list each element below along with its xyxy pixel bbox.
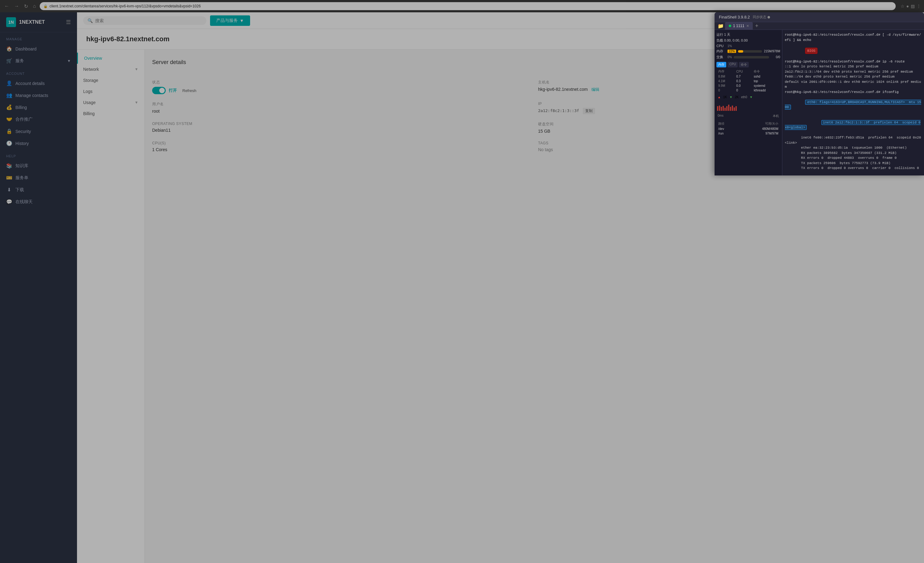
- terminal-line-tx-err: TX errors 0 dropped 0 overruns 0 carrier…: [785, 166, 921, 171]
- proc-row-1: 8.8M 0.7 sshd: [717, 75, 780, 78]
- folder-icon[interactable]: 📁: [718, 23, 724, 29]
- swap-pct: 0%: [728, 55, 732, 59]
- upload-value: 1K: [723, 96, 727, 99]
- terminal-line-eth0-v6: 2a12:f8c2:1:3::/64 dev eth0 proto kernel…: [785, 69, 921, 75]
- terminal-body: 运行 1 天 负载 0.00, 0.00, 0.00 CPU 1% 内存 22%…: [714, 30, 924, 175]
- terminal-line-eth0-flags: eth0: flags=4163<UP,BROADCAST,RUNNING,MU…: [785, 94, 921, 115]
- load-display: 负载 0.00, 0.00, 0.00: [716, 37, 780, 43]
- proc-cpu: 0.3: [735, 79, 752, 83]
- cpu-label: CPU: [716, 44, 726, 48]
- svg-rect-6: [728, 105, 729, 111]
- tab-name: 1 1111: [733, 24, 744, 28]
- proc-cpu: 0.7: [735, 75, 752, 78]
- terminal-line-blank: [785, 171, 921, 176]
- mem-bar-container: [738, 50, 762, 52]
- uptime-display: 运行 1 天: [716, 32, 780, 37]
- svg-rect-8: [732, 106, 733, 111]
- inet6-highlight: inet6 2a12:f8c2:1:3::3f prefixlen 64 sco…: [785, 120, 921, 130]
- proc-row-4: 0 0 kthreadd: [717, 88, 780, 92]
- cpu-pct: 1%: [728, 44, 732, 48]
- disk-path-2: /run: [717, 132, 736, 135]
- proc-name: sshd: [753, 75, 780, 78]
- terminal-line-fe80: fe80::/64 dev eth0 proto kernel metric 2…: [785, 74, 921, 79]
- download-value: 2K: [735, 96, 739, 99]
- terminal-line-route: root@hkg-ipv6-82:/etc/resolvconf/resolv.…: [785, 59, 921, 64]
- cpu-monitor: CPU 1%: [716, 43, 780, 48]
- avail-header: 可用/大小: [737, 121, 780, 126]
- status-dot: [768, 16, 770, 18]
- tab-cmd[interactable]: 命令: [739, 62, 749, 67]
- terminal-sync-status: 同步状态: [753, 15, 770, 19]
- proc-row-2: 4.1M 0.3 top: [717, 79, 780, 83]
- terminal-output[interactable]: root@hkg-ipv6-82:/etc/resolvconf/resolv.…: [782, 30, 924, 175]
- network-graph: ▲ 1K ▼ 2K eth0 ▼: [716, 95, 780, 113]
- swap-bar-container: [734, 56, 769, 58]
- svg-rect-5: [726, 106, 728, 111]
- swap-ratio: 0/0: [771, 55, 780, 59]
- storage-table: 路径 可用/大小 /dev 480M/480M /run 97M/97M: [716, 121, 780, 136]
- upload-icon: ▲: [718, 96, 721, 99]
- process-table: 内存 CPU 命令 8.8M 0.7 sshd 4.1M 0.3 top: [716, 68, 780, 93]
- proc-mem: 4.1M: [717, 79, 735, 83]
- svg-rect-9: [734, 108, 735, 111]
- proc-name: top: [753, 79, 780, 83]
- svg-rect-4: [724, 108, 726, 111]
- download-icon: ▼: [729, 96, 732, 99]
- proc-cpu: 0.0: [735, 84, 752, 88]
- net-stats: ▲ 1K ▼ 2K eth0 ▼: [716, 95, 780, 99]
- terminal-tab-1[interactable]: 1 1111 ✕: [725, 22, 753, 30]
- terminal-overlay: FinalShell 3.9.8.2 同步状态 📁 1 1111 ✕ + 运行 …: [0, 0, 924, 563]
- terminal-line-tx: TX packets 259606 bytes 77592773 (73.9 M…: [785, 161, 921, 166]
- net-graph-svg: [716, 100, 780, 112]
- mem-pct: 22%: [728, 49, 736, 53]
- path-header: 路径: [717, 121, 736, 126]
- svg-rect-7: [730, 107, 731, 111]
- terminal-line-lo: ::1 dev lo proto kernel metric 256 pref …: [785, 64, 921, 69]
- terminal-left-panel: 运行 1 天 负载 0.00, 0.00, 0.00 CPU 1% 内存 22%…: [714, 30, 782, 175]
- swap-label: 交换: [716, 55, 726, 59]
- disk-size-2: 97M/97M: [737, 132, 780, 135]
- disk-section: 路径 可用/大小 /dev 480M/480M /run 97M/97M: [716, 121, 780, 136]
- svg-rect-10: [735, 106, 737, 111]
- proc-name: kthreadd: [753, 88, 780, 92]
- tab-cpu[interactable]: CPU: [728, 62, 738, 67]
- mem-values: 215M/978M: [764, 49, 780, 53]
- terminal-line-rx: RX packets 3895682 bytes 347350607 (331.…: [785, 151, 921, 156]
- eth0-flags-highlight: eth0: flags=4163<UP,BROADCAST,RUNNING,MU…: [785, 100, 921, 110]
- proc-mem: 8.8M: [717, 75, 735, 78]
- terminal-line-ifconfig: root@hkg-ipv6-82:/etc/resolvconf/resolv.…: [785, 90, 921, 95]
- add-tab-button[interactable]: +: [755, 23, 759, 29]
- tab-mem[interactable]: 内存: [716, 62, 726, 67]
- storage-header: 路径 可用/大小: [717, 121, 780, 126]
- svg-rect-2: [721, 107, 722, 111]
- proc-mem: 0: [717, 88, 735, 92]
- connection-dot: [729, 25, 731, 27]
- terminal-app-name: FinalShell 3.9.8.2: [719, 15, 750, 19]
- terminal-line-default: default via 2001:df0:c940::1 dev eth0 me…: [785, 79, 921, 90]
- iface-label: eth0: [741, 96, 747, 99]
- disk-size-1: 480M/480M: [737, 127, 780, 131]
- bios-highlight: BIOS: [805, 48, 818, 54]
- proc-row-3: 9.9M 0.0 systemd: [717, 84, 780, 88]
- terminal-line-inet6-link: inet6 fe80::e832:23ff:feb3:d51a prefixle…: [785, 135, 921, 145]
- mem-label: 内存: [716, 49, 726, 54]
- latency-value: 0ms: [718, 114, 723, 118]
- close-tab-icon[interactable]: ✕: [746, 24, 749, 28]
- terminal-tabs: 📁 1 1111 ✕ +: [714, 22, 924, 30]
- latency-row: 0ms 本机: [716, 113, 780, 119]
- terminal-window: FinalShell 3.9.8.2 同步状态 📁 1 1111 ✕ + 运行 …: [714, 12, 924, 175]
- terminal-line-bios: BIOS: [785, 42, 921, 59]
- terminal-titlebar: FinalShell 3.9.8.2 同步状态: [714, 12, 924, 22]
- proc-header: 内存 CPU 命令: [717, 69, 780, 74]
- mem-bar: [738, 50, 743, 52]
- eth-down-icon: ▼: [750, 96, 753, 99]
- terminal-line-inet6-main: inet6 2a12:f8c2:1:3::3f prefixlen 64 sco…: [785, 115, 921, 135]
- svg-rect-1: [719, 106, 720, 111]
- location-label: 本机: [773, 114, 779, 118]
- proc-cpu: 0: [735, 88, 752, 92]
- svg-rect-0: [717, 106, 718, 111]
- proc-mem: 9.9M: [717, 84, 735, 88]
- svg-rect-3: [723, 106, 724, 111]
- terminal-line-rx-err: RX errors 0 dropped 44883 overruns 0 fra…: [785, 156, 921, 161]
- terminal-line-ether: ether ea:32:23:b3:d5:1a txqueuelen 1000 …: [785, 145, 921, 151]
